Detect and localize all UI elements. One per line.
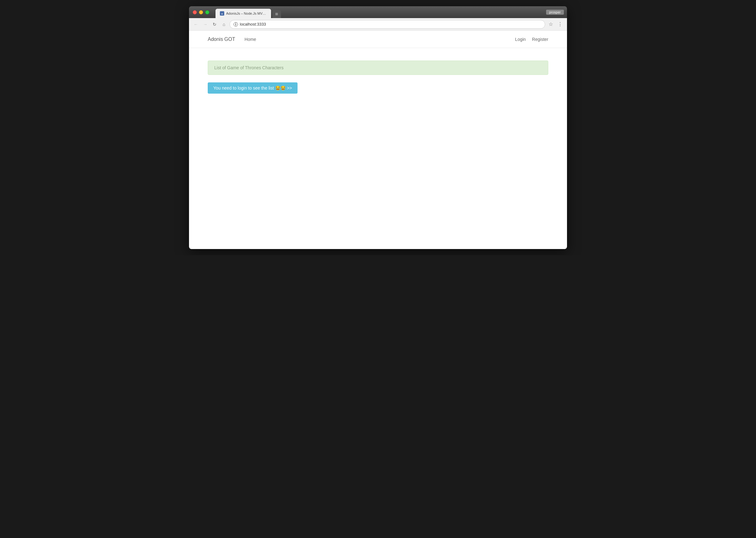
maximize-button[interactable]	[205, 10, 209, 14]
navbar-right: Login Register	[515, 35, 548, 43]
active-tab[interactable]: AdonisJs – Node.Js MVC Fra…	[215, 9, 271, 18]
navbar: Adonis GOT Home Login Register	[189, 30, 567, 48]
title-bar: AdonisJs – Node.Js MVC Fra… prosper	[189, 6, 567, 18]
navbar-brand: Adonis GOT	[208, 36, 235, 42]
page-content: Adonis GOT Home Login Register List of G…	[189, 30, 567, 249]
bookmark-button[interactable]: ☆	[547, 21, 554, 28]
back-button[interactable]: ←	[192, 21, 200, 28]
tabs-area: AdonisJs – Node.Js MVC Fra…	[215, 6, 281, 18]
tab-label: AdonisJs – Node.Js MVC Fra…	[226, 12, 267, 15]
forward-button[interactable]: →	[202, 21, 209, 28]
nav-login[interactable]: Login	[515, 35, 526, 43]
back-icon: ←	[194, 22, 198, 27]
adonis-icon	[220, 11, 224, 16]
inactive-tab[interactable]	[272, 10, 281, 18]
nav-home[interactable]: Home	[245, 35, 256, 43]
login-prompt-button[interactable]: You need to login to see the list 😂😂 >>	[208, 82, 298, 94]
home-button[interactable]: ⌂	[220, 21, 228, 28]
url-display: localhost:3333	[240, 22, 541, 27]
nav-register[interactable]: Register	[532, 35, 548, 43]
home-icon: ⌂	[223, 22, 225, 27]
info-icon: i	[234, 22, 238, 27]
inactive-tab-icon	[275, 13, 278, 15]
star-icon: ☆	[548, 21, 553, 27]
browser-menu-button[interactable]: ⋮	[556, 21, 564, 28]
close-button[interactable]	[193, 10, 197, 14]
menu-icon: ⋮	[558, 21, 563, 27]
address-input-wrapper[interactable]: i localhost:3333	[229, 20, 545, 29]
minimize-button[interactable]	[199, 10, 203, 14]
alert-text: List of Game of Thrones Characters	[214, 65, 283, 70]
reload-icon: ↻	[213, 22, 216, 27]
forward-icon: →	[203, 22, 208, 27]
main-content: List of Game of Thrones Characters You n…	[189, 48, 567, 106]
navbar-nav: Home	[245, 35, 515, 43]
address-bar: ← → ↻ ⌂ i localhost:3333 ☆ ⋮	[189, 18, 567, 30]
alert-banner: List of Game of Thrones Characters	[208, 61, 548, 75]
reload-button[interactable]: ↻	[211, 21, 218, 28]
traffic-lights	[193, 10, 209, 14]
profile-badge: prosper	[546, 10, 564, 15]
